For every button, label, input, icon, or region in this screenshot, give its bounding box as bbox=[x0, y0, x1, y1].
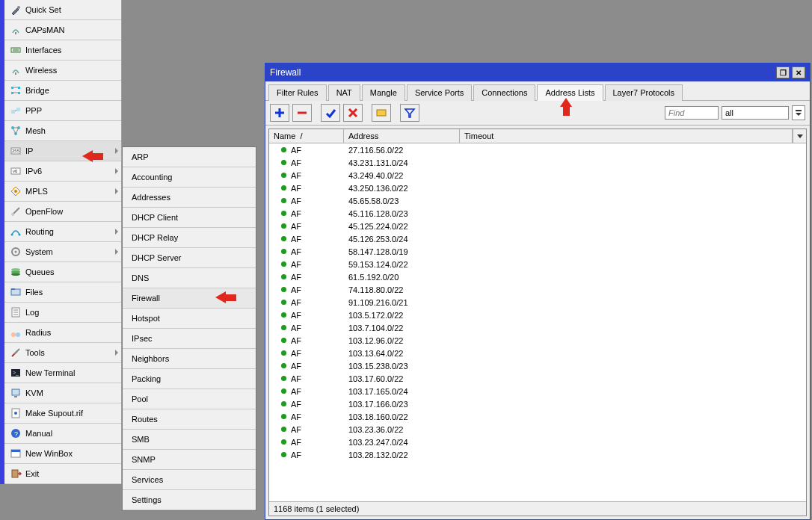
menu-item-queues[interactable]: Queues bbox=[4, 262, 121, 282]
address-list-row[interactable]: AF103.23.36.0/22 bbox=[269, 423, 806, 436]
menu-item-kvm[interactable]: KVM bbox=[4, 383, 121, 403]
status-dot-icon bbox=[281, 211, 286, 216]
address-list-row[interactable]: AF103.5.172.0/22 bbox=[269, 309, 806, 321]
menu-item-ppp[interactable]: PPP bbox=[4, 101, 121, 121]
address-list-row[interactable]: AF43.250.136.0/22 bbox=[269, 182, 806, 194]
status-dot-icon bbox=[281, 414, 286, 419]
menu-item-ipv6[interactable]: v6IPv6 bbox=[4, 161, 121, 182]
enable-button[interactable] bbox=[321, 104, 340, 122]
address-list-row[interactable]: AF103.17.166.0/23 bbox=[269, 397, 806, 410]
menu-item-routing[interactable]: Routing bbox=[4, 222, 121, 242]
submenu-item-pool[interactable]: Pool bbox=[123, 389, 256, 409]
menu-item-exit[interactable]: Exit bbox=[4, 464, 121, 484]
filter-button[interactable] bbox=[400, 104, 419, 122]
address-list-row[interactable]: AF59.153.124.0/22 bbox=[269, 258, 806, 270]
new-terminal-icon: >_ bbox=[9, 367, 22, 379]
column-header-address[interactable]: Address bbox=[344, 129, 460, 143]
address-list-row[interactable]: AF74.118.80.0/22 bbox=[269, 283, 806, 296]
submenu-item-dhcp-server[interactable]: DHCP Server bbox=[123, 248, 256, 268]
address-list-row[interactable]: AF43.231.131.0/24 bbox=[269, 156, 806, 169]
address-list-row[interactable]: AF61.5.192.0/20 bbox=[269, 270, 806, 283]
submenu-item-services[interactable]: Services bbox=[123, 470, 256, 490]
submenu-item-packing[interactable]: Packing bbox=[123, 369, 256, 389]
comment-button[interactable] bbox=[372, 104, 391, 122]
submenu-item-arp[interactable]: ARP bbox=[123, 147, 256, 167]
menu-item-new-winbox[interactable]: New WinBox bbox=[4, 444, 121, 464]
menu-item-bridge[interactable]: Bridge bbox=[4, 81, 121, 101]
add-button[interactable] bbox=[270, 104, 289, 122]
submenu-item-neighbors[interactable]: Neighbors bbox=[123, 349, 256, 369]
tab-mangle[interactable]: Mangle bbox=[362, 84, 405, 101]
column-header-name[interactable]: Name / bbox=[269, 129, 344, 143]
address-list-row[interactable]: AF45.65.58.0/23 bbox=[269, 194, 806, 207]
submenu-item-snmp[interactable]: SNMP bbox=[123, 450, 256, 470]
svg-rect-13 bbox=[16, 108, 20, 111]
log-icon bbox=[9, 306, 22, 318]
address-list-row[interactable]: AF58.147.128.0/19 bbox=[269, 245, 806, 258]
menu-item-capsman[interactable]: CAPsMAN bbox=[4, 20, 121, 40]
submenu-item-hotspot[interactable]: Hotspot bbox=[123, 309, 256, 329]
tab-connections[interactable]: Connections bbox=[473, 84, 535, 101]
submenu-item-dhcp-relay[interactable]: DHCP Relay bbox=[123, 228, 256, 248]
tab-layer7-protocols[interactable]: Layer7 Protocols bbox=[605, 84, 683, 101]
address-list-row[interactable]: AF45.125.224.0/22 bbox=[269, 220, 806, 232]
address-list-row[interactable]: AF27.116.56.0/22 bbox=[269, 143, 806, 156]
tab-nat[interactable]: NAT bbox=[328, 84, 360, 101]
status-dot-icon bbox=[281, 147, 286, 152]
submenu-item-smb[interactable]: SMB bbox=[123, 430, 256, 450]
submenu-item-firewall[interactable]: Firewall bbox=[123, 288, 256, 309]
address-list-row[interactable]: AF103.17.60.0/22 bbox=[269, 372, 806, 385]
column-header-timeout[interactable]: Timeout bbox=[460, 129, 793, 143]
menu-item-new-terminal[interactable]: >_New Terminal bbox=[4, 363, 121, 383]
address-list-row[interactable]: AF103.23.247.0/24 bbox=[269, 436, 806, 448]
menu-item-mesh[interactable]: Mesh bbox=[4, 121, 121, 141]
submenu-item-ipsec[interactable]: IPsec bbox=[123, 329, 256, 349]
menu-item-openflow[interactable]: OpenFlow bbox=[4, 202, 121, 222]
menu-item-quick-set[interactable]: Quick Set bbox=[4, 0, 121, 20]
menu-item-mpls[interactable]: MPLS bbox=[4, 182, 121, 202]
status-dot-icon bbox=[281, 160, 286, 165]
status-dot-icon bbox=[281, 249, 286, 254]
submenu-item-addresses[interactable]: Addresses bbox=[123, 188, 256, 208]
find-input[interactable] bbox=[665, 106, 719, 120]
address-list-row[interactable]: AF45.116.128.0/23 bbox=[269, 207, 806, 220]
menu-item-ip[interactable]: 255IP bbox=[4, 141, 121, 161]
menu-item-radius[interactable]: Radius bbox=[4, 323, 121, 343]
disable-button[interactable] bbox=[343, 104, 363, 122]
address-list-row[interactable]: AF103.28.132.0/22 bbox=[269, 448, 806, 461]
address-list-row[interactable]: AF103.15.238.0/23 bbox=[269, 359, 806, 372]
grid-body[interactable]: AF27.116.56.0/22AF43.231.131.0/24AF43.24… bbox=[269, 143, 806, 501]
filter-dropdown-arrow[interactable] bbox=[792, 105, 805, 120]
status-dot-icon bbox=[281, 173, 286, 178]
tab-address-lists[interactable]: Address Lists bbox=[537, 84, 603, 101]
row-address: 103.12.96.0/22 bbox=[344, 336, 460, 345]
menu-item-system[interactable]: System bbox=[4, 242, 121, 262]
submenu-item-dns[interactable]: DNS bbox=[123, 268, 256, 288]
menu-item-tools[interactable]: Tools bbox=[4, 343, 121, 363]
menu-item-interfaces[interactable]: Interfaces bbox=[4, 40, 121, 61]
menu-item-make-supout-rif[interactable]: Make Supout.rif bbox=[4, 403, 121, 424]
submenu-item-routes[interactable]: Routes bbox=[123, 409, 256, 430]
address-list-row[interactable]: AF43.249.40.0/22 bbox=[269, 169, 806, 182]
address-list-row[interactable]: AF45.126.253.0/24 bbox=[269, 232, 806, 245]
address-list-row[interactable]: AF103.18.160.0/22 bbox=[269, 410, 806, 423]
address-list-row[interactable]: AF91.109.216.0/21 bbox=[269, 296, 806, 309]
menu-item-files[interactable]: Files bbox=[4, 282, 121, 303]
filter-dropdown[interactable]: all bbox=[722, 106, 789, 120]
submenu-item-accounting[interactable]: Accounting bbox=[123, 167, 256, 188]
menu-item-log[interactable]: Log bbox=[4, 303, 121, 323]
menu-item-wireless[interactable]: Wireless bbox=[4, 61, 121, 81]
address-list-row[interactable]: AF103.13.64.0/22 bbox=[269, 347, 806, 359]
tab-filter-rules[interactable]: Filter Rules bbox=[268, 84, 327, 101]
column-menu-button[interactable] bbox=[793, 129, 806, 143]
window-close-button[interactable]: ✕ bbox=[792, 66, 805, 78]
tab-service-ports[interactable]: Service Ports bbox=[407, 84, 472, 101]
address-list-row[interactable]: AF103.17.165.0/24 bbox=[269, 385, 806, 397]
submenu-item-settings[interactable]: Settings bbox=[123, 490, 256, 510]
submenu-item-dhcp-client[interactable]: DHCP Client bbox=[123, 208, 256, 228]
menu-item-manual[interactable]: ?Manual bbox=[4, 424, 121, 444]
window-restore-button[interactable]: ❐ bbox=[776, 66, 790, 78]
remove-button[interactable] bbox=[292, 104, 312, 122]
address-list-row[interactable]: AF103.12.96.0/22 bbox=[269, 334, 806, 347]
address-list-row[interactable]: AF103.7.104.0/22 bbox=[269, 321, 806, 334]
